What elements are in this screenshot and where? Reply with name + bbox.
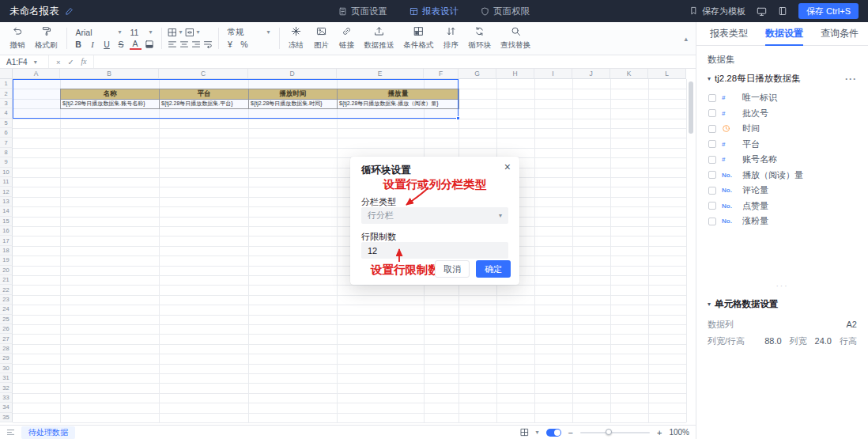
- field-checkbox[interactable]: [708, 94, 716, 102]
- table-header-cell[interactable]: 平台: [159, 89, 249, 99]
- row-header-16[interactable]: 16: [0, 226, 13, 236]
- table-binding-cell[interactable]: ${tj2.28每日播放数据集.时间}: [248, 99, 338, 109]
- percent-button[interactable]: %: [239, 39, 251, 51]
- toolbar-loop-button[interactable]: 循环块: [464, 24, 496, 53]
- font-size-select[interactable]: 11▾: [127, 28, 156, 37]
- topnav-item-layout[interactable]: 报表设计: [409, 6, 459, 17]
- row-header-6[interactable]: 6: [0, 128, 13, 138]
- column-header-D[interactable]: D: [248, 69, 337, 79]
- table-header-cell[interactable]: 名称: [60, 89, 160, 99]
- toolbar-link-button[interactable]: 链接: [334, 24, 360, 53]
- row-header-33[interactable]: 33: [0, 393, 13, 403]
- field-checkbox[interactable]: [708, 187, 716, 195]
- select-all-corner[interactable]: [0, 69, 13, 79]
- manual-icon[interactable]: [778, 6, 787, 16]
- name-box[interactable]: A1:F4 ▾: [0, 55, 49, 68]
- field-checkbox[interactable]: [708, 140, 716, 148]
- zoom-out-button[interactable]: −: [568, 428, 573, 437]
- confirm-entry-icon[interactable]: ✓: [68, 58, 74, 66]
- row-header-23[interactable]: 23: [0, 295, 13, 305]
- row-header-29[interactable]: 29: [0, 354, 13, 363]
- cell-settings-section[interactable]: ▾ 单元格数据设置: [708, 298, 857, 310]
- column-type-select[interactable]: 行分栏 ▾: [361, 207, 508, 224]
- table-header-cell[interactable]: 播放时间: [248, 89, 338, 99]
- row-header-13[interactable]: 13: [0, 197, 13, 206]
- panel-resize-handle[interactable]: ···: [776, 282, 789, 290]
- row-header-25[interactable]: 25: [0, 315, 13, 324]
- field-checkbox[interactable]: [708, 202, 716, 210]
- vertical-scrollbar[interactable]: [689, 81, 693, 134]
- font-color-button[interactable]: A: [130, 40, 142, 50]
- column-header-H[interactable]: H: [496, 69, 534, 79]
- preview-icon[interactable]: [757, 6, 767, 17]
- zoom-in-button[interactable]: +: [657, 428, 662, 437]
- row-header-5[interactable]: 5: [0, 119, 13, 128]
- fx-icon[interactable]: fx: [81, 58, 87, 66]
- toolbar-image-button[interactable]: 图片: [309, 24, 334, 53]
- currency-button[interactable]: ¥: [225, 39, 236, 51]
- save-as-template-button[interactable]: 保存为模板: [689, 6, 745, 17]
- row-header-21[interactable]: 21: [0, 275, 13, 285]
- row-header-31[interactable]: 31: [0, 373, 13, 383]
- column-header-I[interactable]: I: [534, 69, 572, 79]
- row-header-28[interactable]: 28: [0, 344, 13, 354]
- edit-title-icon[interactable]: [65, 7, 74, 16]
- row-header-27[interactable]: 27: [0, 334, 13, 343]
- sheet-tab[interactable]: 待处理数据: [21, 426, 75, 439]
- toolbar-cond-button[interactable]: 条件格式: [399, 24, 439, 53]
- table-binding-cell[interactable]: ${tj2.28每日播放数据集.平台}: [159, 99, 249, 109]
- column-width-value[interactable]: 88.0: [764, 336, 781, 346]
- panel-tab-0[interactable]: 报表类型: [701, 22, 757, 45]
- toolbar-freeze-button[interactable]: 冻结: [284, 24, 309, 53]
- panel-tab-1[interactable]: 数据设置: [757, 22, 812, 45]
- row-header-7[interactable]: 7: [0, 138, 13, 147]
- cancel-entry-icon[interactable]: ×: [56, 58, 61, 66]
- column-header-E[interactable]: E: [337, 69, 424, 79]
- row-limit-input[interactable]: 12: [361, 242, 508, 259]
- table-binding-cell[interactable]: ${tj2.28每日播放数据集.播放（阅读）量}: [337, 99, 459, 109]
- merge-cells-button[interactable]: [185, 28, 194, 37]
- row-header-30[interactable]: 30: [0, 364, 13, 373]
- fill-handle[interactable]: [456, 116, 460, 120]
- row-header-19[interactable]: 19: [0, 255, 13, 265]
- table-binding-cell[interactable]: ${tj2.28每日播放数据集.账号名称}: [60, 99, 160, 109]
- toolbar-collapse-caret[interactable]: ▴: [681, 35, 691, 43]
- row-header-18[interactable]: 18: [0, 246, 13, 255]
- strikethrough-button[interactable]: S: [115, 39, 127, 51]
- wrap-text-button[interactable]: [203, 40, 213, 49]
- row-height-value[interactable]: 24.0: [815, 336, 832, 346]
- topnav-item-shield[interactable]: 页面权限: [481, 6, 530, 17]
- row-header-32[interactable]: 32: [0, 383, 13, 392]
- toolbar-sort-button[interactable]: 排序: [439, 24, 464, 53]
- dataset-row[interactable]: ▾ tj2.28每日播放数据集 ···: [708, 73, 857, 85]
- column-header-B[interactable]: B: [60, 69, 159, 79]
- column-header-A[interactable]: A: [13, 69, 60, 79]
- row-header-35[interactable]: 35: [0, 413, 13, 422]
- zoom-slider-handle[interactable]: [606, 429, 612, 435]
- field-checkbox[interactable]: [708, 109, 716, 117]
- row-header-22[interactable]: 22: [0, 285, 13, 294]
- borders-button[interactable]: [168, 28, 177, 37]
- dataset-more-icon[interactable]: ···: [845, 74, 857, 85]
- field-checkbox[interactable]: [708, 171, 716, 179]
- italic-button[interactable]: I: [87, 39, 99, 51]
- row-header-15[interactable]: 15: [0, 217, 13, 226]
- column-header-J[interactable]: J: [572, 69, 610, 79]
- number-format-select[interactable]: 常规▾: [225, 27, 274, 38]
- row-header-9[interactable]: 9: [0, 157, 13, 167]
- align-right-button[interactable]: [191, 40, 201, 49]
- formula-input[interactable]: [94, 55, 696, 68]
- save-button[interactable]: 保存 Ctrl+S: [798, 3, 859, 19]
- undo-button[interactable]: 撤销: [5, 24, 30, 53]
- cancel-button[interactable]: 取消: [435, 260, 470, 278]
- zoom-slider[interactable]: [580, 432, 650, 433]
- row-header-24[interactable]: 24: [0, 305, 13, 314]
- spreadsheet[interactable]: ABCDEFGHIJKL1234567891011121314151617181…: [0, 69, 696, 425]
- row-header-26[interactable]: 26: [0, 324, 13, 334]
- row-header-11[interactable]: 11: [0, 177, 13, 187]
- fill-color-button[interactable]: [144, 39, 156, 51]
- row-header-2[interactable]: 2: [0, 89, 13, 98]
- column-header-F[interactable]: F: [424, 69, 459, 79]
- row-header-10[interactable]: 10: [0, 168, 13, 177]
- row-header-20[interactable]: 20: [0, 266, 13, 275]
